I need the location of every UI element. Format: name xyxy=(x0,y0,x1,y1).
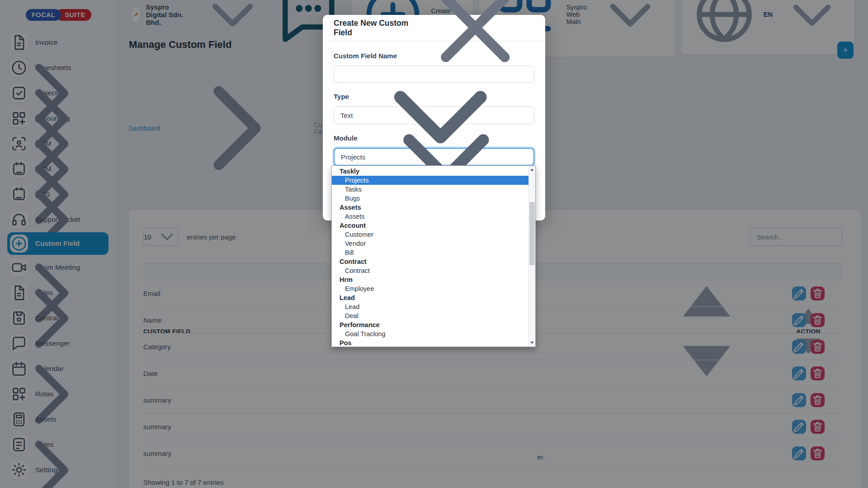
option-bugs[interactable]: Bugs xyxy=(332,194,528,203)
option-group-performance: Performance xyxy=(332,320,528,329)
option-contract[interactable]: Contract xyxy=(332,266,528,275)
option-group-taskly: Taskly xyxy=(332,167,528,176)
option-goal-tracking[interactable]: Goal Tracking xyxy=(332,329,528,338)
modal-body: Custom Field Name Type Text Module Proje… xyxy=(323,41,545,187)
option-group-lead: Lead xyxy=(332,293,528,302)
option-customer[interactable]: Customer xyxy=(332,230,528,239)
type-select-value: Text xyxy=(340,112,353,119)
app-root: FOCAL SUITE InvoiceTimesheetsProjectsAcc… xyxy=(0,0,868,488)
module-option-list: TasklyProjectsTasksBugsAssetsAssetsAccou… xyxy=(332,167,528,347)
option-assets[interactable]: Assets xyxy=(332,212,528,221)
option-group-hrm: Hrm xyxy=(332,275,528,284)
dropdown-scrollbar[interactable] xyxy=(528,166,535,347)
option-tasks[interactable]: Tasks xyxy=(332,185,528,194)
option-group-contract: Contract xyxy=(332,257,528,266)
option-projects[interactable]: Projects xyxy=(332,176,528,185)
option-group-account: Account xyxy=(332,221,528,230)
option-bill[interactable]: Bill xyxy=(332,248,528,257)
option-group-assets: Assets xyxy=(332,203,528,212)
option-lead[interactable]: Lead xyxy=(332,302,528,311)
module-select-value: Projects xyxy=(341,153,365,161)
module-dropdown-popup: TasklyProjectsTasksBugsAssetsAssetsAccou… xyxy=(331,165,536,347)
option-group-pos: Pos xyxy=(332,338,528,347)
scroll-down-icon[interactable] xyxy=(529,339,535,347)
option-employee[interactable]: Employee xyxy=(332,284,528,293)
option-vendor[interactable]: Vendor xyxy=(332,239,528,248)
scroll-up-icon[interactable] xyxy=(529,166,535,174)
scrollbar-thumb[interactable] xyxy=(529,202,535,265)
option-deal[interactable]: Deal xyxy=(332,311,528,320)
